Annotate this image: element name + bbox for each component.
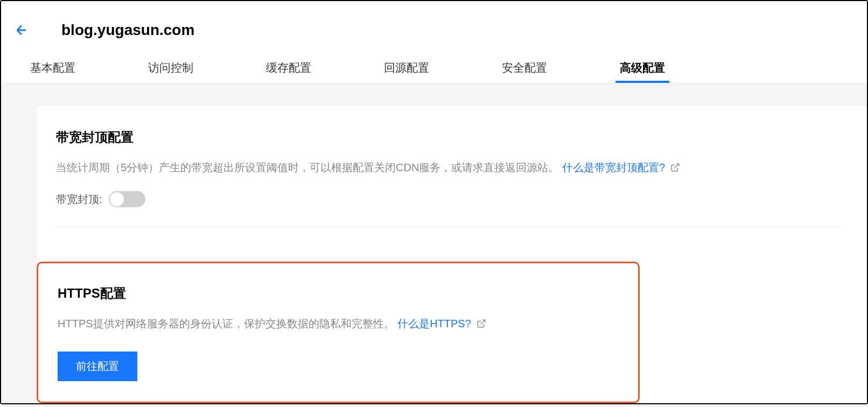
back-arrow-icon[interactable]: [14, 23, 29, 38]
bandwidth-help-link-text: 什么是带宽封顶配置?: [562, 159, 665, 176]
bandwidth-section-title: 带宽封顶配置: [56, 129, 841, 146]
external-link-icon: [477, 319, 486, 328]
bandwidth-toggle[interactable]: [109, 191, 145, 207]
bandwidth-cap-section: 带宽封顶配置 当统计周期（5分钟）产生的带宽超出所设置阈值时，可以根据配置关闭C…: [37, 106, 860, 248]
https-help-link[interactable]: 什么是HTTPS?: [397, 315, 486, 332]
tab-access-control[interactable]: 访问控制: [148, 53, 193, 83]
svg-line-0: [675, 164, 679, 168]
https-section-description: HTTPS提供对网络服务器的身份认证，保护交换数据的隐私和完整性。 什么是HTT…: [58, 315, 619, 332]
goto-config-button[interactable]: 前往配置: [58, 352, 137, 381]
tab-cache-config[interactable]: 缓存配置: [266, 53, 311, 83]
bandwidth-toggle-row: 带宽封顶:: [56, 191, 841, 207]
content-area: 带宽封顶配置 当统计周期（5分钟）产生的带宽超出所设置阈值时，可以根据配置关闭C…: [1, 83, 867, 403]
tab-security-config[interactable]: 安全配置: [502, 53, 547, 83]
tab-origin-config[interactable]: 回源配置: [384, 53, 429, 83]
toggle-knob: [110, 192, 124, 206]
tab-advanced-config[interactable]: 高级配置: [620, 53, 665, 83]
page-title: blog.yugasun.com: [61, 22, 194, 39]
page-header: blog.yugasun.com: [1, 1, 867, 53]
bandwidth-section-description: 当统计周期（5分钟）产生的带宽超出所设置阈值时，可以根据配置关闭CDN服务，或请…: [56, 159, 841, 176]
external-link-icon: [670, 163, 680, 172]
https-config-section: HTTPS配置 HTTPS提供对网络服务器的身份认证，保护交换数据的隐私和完整性…: [37, 262, 640, 403]
https-help-link-text: 什么是HTTPS?: [397, 315, 471, 332]
tabs-nav: 基本配置 访问控制 缓存配置 回源配置 安全配置 高级配置: [1, 53, 867, 83]
https-section-title: HTTPS配置: [58, 285, 619, 302]
tab-basic-config[interactable]: 基本配置: [30, 53, 75, 83]
section-divider: [56, 227, 841, 227]
https-description-text: HTTPS提供对网络服务器的身份认证，保护交换数据的隐私和完整性。: [58, 318, 395, 329]
bandwidth-description-text: 当统计周期（5分钟）产生的带宽超出所设置阈值时，可以根据配置关闭CDN服务，或请…: [56, 162, 559, 173]
bandwidth-help-link[interactable]: 什么是带宽封顶配置?: [562, 159, 680, 176]
svg-line-1: [480, 320, 485, 324]
bandwidth-toggle-label: 带宽封顶:: [56, 192, 102, 207]
